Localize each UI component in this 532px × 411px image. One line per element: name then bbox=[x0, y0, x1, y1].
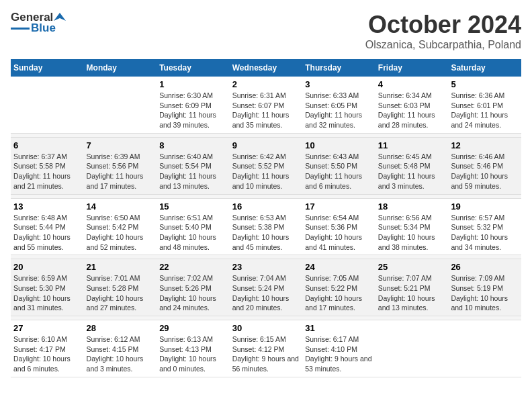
day-info: Sunrise: 7:01 AMSunset: 5:28 PMDaylight:… bbox=[87, 273, 154, 313]
calendar-cell: 4Sunrise: 6:34 AMSunset: 6:03 PMDaylight… bbox=[375, 77, 449, 133]
day-number: 7 bbox=[87, 140, 154, 150]
calendar-cell: 25Sunrise: 7:07 AMSunset: 5:21 PMDayligh… bbox=[375, 259, 449, 316]
day-number: 15 bbox=[159, 201, 227, 212]
day-number: 30 bbox=[232, 323, 300, 333]
calendar-cell: 15Sunrise: 6:51 AMSunset: 5:40 PMDayligh… bbox=[157, 198, 230, 255]
calendar-week-5: 27Sunrise: 6:10 AMSunset: 4:17 PMDayligh… bbox=[11, 320, 521, 377]
calendar-cell: 10Sunrise: 6:43 AMSunset: 5:50 PMDayligh… bbox=[302, 137, 375, 194]
calendar-week-2: 6Sunrise: 6:37 AMSunset: 5:58 PMDaylight… bbox=[11, 137, 521, 194]
day-info: Sunrise: 7:04 AMSunset: 5:24 PMDaylight:… bbox=[232, 273, 300, 313]
calendar-cell: 28Sunrise: 6:12 AMSunset: 4:15 PMDayligh… bbox=[84, 320, 157, 377]
day-info: Sunrise: 6:39 AMSunset: 5:56 PMDaylight:… bbox=[87, 152, 154, 191]
day-number: 18 bbox=[378, 201, 446, 212]
day-info: Sunrise: 6:36 AMSunset: 6:01 PMDaylight:… bbox=[451, 91, 519, 130]
day-info: Sunrise: 6:33 AMSunset: 6:05 PMDaylight:… bbox=[305, 91, 373, 130]
calendar-cell: 11Sunrise: 6:45 AMSunset: 5:48 PMDayligh… bbox=[375, 137, 449, 194]
calendar-cell: 21Sunrise: 7:01 AMSunset: 5:28 PMDayligh… bbox=[84, 259, 157, 316]
day-number: 25 bbox=[378, 262, 446, 272]
day-info: Sunrise: 6:51 AMSunset: 5:40 PMDaylight:… bbox=[159, 213, 227, 253]
day-number: 31 bbox=[305, 323, 373, 333]
calendar-cell: 13Sunrise: 6:48 AMSunset: 5:44 PMDayligh… bbox=[11, 198, 84, 255]
day-info: Sunrise: 7:07 AMSunset: 5:21 PMDaylight:… bbox=[378, 273, 446, 313]
day-number: 20 bbox=[13, 262, 81, 272]
day-info: Sunrise: 7:05 AMSunset: 5:22 PMDaylight:… bbox=[305, 273, 373, 313]
svg-marker-0 bbox=[54, 13, 66, 21]
month-title: October 2024 bbox=[365, 11, 521, 39]
calendar-cell: 8Sunrise: 6:40 AMSunset: 5:54 PMDaylight… bbox=[157, 137, 230, 194]
day-info: Sunrise: 6:31 AMSunset: 6:07 PMDaylight:… bbox=[232, 91, 300, 130]
day-info: Sunrise: 6:37 AMSunset: 5:58 PMDaylight:… bbox=[13, 152, 81, 191]
weekday-header-saturday: Saturday bbox=[448, 59, 521, 77]
day-number: 5 bbox=[451, 79, 519, 89]
calendar-cell: 17Sunrise: 6:54 AMSunset: 5:36 PMDayligh… bbox=[302, 198, 375, 255]
day-number: 1 bbox=[159, 79, 227, 89]
calendar-cell: 9Sunrise: 6:42 AMSunset: 5:52 PMDaylight… bbox=[230, 137, 303, 194]
logo-line bbox=[11, 28, 30, 30]
day-info: Sunrise: 6:17 AMSunset: 4:10 PMDaylight:… bbox=[305, 334, 373, 374]
calendar-cell bbox=[84, 77, 157, 133]
page-header: General Blue October 2024 Olszanica, Sub… bbox=[11, 11, 521, 51]
day-number: 28 bbox=[87, 323, 154, 333]
calendar-cell: 24Sunrise: 7:05 AMSunset: 5:22 PMDayligh… bbox=[302, 259, 375, 316]
day-info: Sunrise: 6:10 AMSunset: 4:17 PMDaylight:… bbox=[13, 334, 81, 374]
day-number: 6 bbox=[13, 140, 81, 150]
day-number: 14 bbox=[87, 201, 154, 212]
logo-blue-text: Blue bbox=[31, 21, 56, 35]
weekday-header-friday: Friday bbox=[375, 59, 449, 77]
calendar-week-3: 13Sunrise: 6:48 AMSunset: 5:44 PMDayligh… bbox=[11, 198, 521, 255]
calendar-cell: 6Sunrise: 6:37 AMSunset: 5:58 PMDaylight… bbox=[11, 137, 84, 194]
day-info: Sunrise: 6:56 AMSunset: 5:34 PMDaylight:… bbox=[378, 213, 446, 253]
day-info: Sunrise: 7:02 AMSunset: 5:26 PMDaylight:… bbox=[159, 273, 227, 313]
calendar-cell: 16Sunrise: 6:53 AMSunset: 5:38 PMDayligh… bbox=[230, 198, 303, 255]
day-number: 10 bbox=[305, 140, 373, 150]
calendar-week-4: 20Sunrise: 6:59 AMSunset: 5:30 PMDayligh… bbox=[11, 259, 521, 316]
day-info: Sunrise: 6:13 AMSunset: 4:13 PMDaylight:… bbox=[159, 334, 227, 374]
day-info: Sunrise: 6:46 AMSunset: 5:46 PMDaylight:… bbox=[451, 152, 519, 191]
calendar-cell: 3Sunrise: 6:33 AMSunset: 6:05 PMDaylight… bbox=[302, 77, 375, 133]
calendar-cell: 18Sunrise: 6:56 AMSunset: 5:34 PMDayligh… bbox=[375, 198, 449, 255]
weekday-header-thursday: Thursday bbox=[302, 59, 375, 77]
calendar-cell bbox=[375, 320, 449, 377]
day-number: 13 bbox=[13, 201, 81, 212]
calendar-cell: 19Sunrise: 6:57 AMSunset: 5:32 PMDayligh… bbox=[448, 198, 521, 255]
title-area: October 2024 Olszanica, Subcarpathia, Po… bbox=[365, 11, 521, 51]
calendar-cell: 1Sunrise: 6:30 AMSunset: 6:09 PMDaylight… bbox=[157, 77, 230, 133]
logo-bird-icon bbox=[54, 11, 66, 24]
day-number: 23 bbox=[232, 262, 300, 272]
weekday-header-row: SundayMondayTuesdayWednesdayThursdayFrid… bbox=[11, 59, 521, 77]
day-number: 27 bbox=[13, 323, 81, 333]
day-info: Sunrise: 6:48 AMSunset: 5:44 PMDaylight:… bbox=[13, 213, 81, 253]
day-number: 11 bbox=[378, 140, 446, 150]
day-number: 22 bbox=[159, 262, 227, 272]
location-title: Olszanica, Subcarpathia, Poland bbox=[365, 39, 521, 51]
day-info: Sunrise: 6:59 AMSunset: 5:30 PMDaylight:… bbox=[13, 273, 81, 313]
calendar-table: SundayMondayTuesdayWednesdayThursdayFrid… bbox=[11, 59, 521, 377]
calendar-cell: 23Sunrise: 7:04 AMSunset: 5:24 PMDayligh… bbox=[230, 259, 303, 316]
calendar-cell: 5Sunrise: 6:36 AMSunset: 6:01 PMDaylight… bbox=[448, 77, 521, 133]
day-number: 16 bbox=[232, 201, 300, 212]
day-number: 17 bbox=[305, 201, 373, 212]
calendar-cell: 14Sunrise: 6:50 AMSunset: 5:42 PMDayligh… bbox=[84, 198, 157, 255]
day-number: 21 bbox=[87, 262, 154, 272]
calendar-cell: 29Sunrise: 6:13 AMSunset: 4:13 PMDayligh… bbox=[157, 320, 230, 377]
calendar-cell: 12Sunrise: 6:46 AMSunset: 5:46 PMDayligh… bbox=[448, 137, 521, 194]
day-info: Sunrise: 7:09 AMSunset: 5:19 PMDaylight:… bbox=[451, 273, 519, 313]
day-info: Sunrise: 6:40 AMSunset: 5:54 PMDaylight:… bbox=[159, 152, 227, 191]
calendar-cell: 31Sunrise: 6:17 AMSunset: 4:10 PMDayligh… bbox=[302, 320, 375, 377]
day-number: 9 bbox=[232, 140, 300, 150]
day-info: Sunrise: 6:34 AMSunset: 6:03 PMDaylight:… bbox=[378, 91, 446, 130]
logo: General Blue bbox=[11, 11, 66, 35]
calendar-cell: 2Sunrise: 6:31 AMSunset: 6:07 PMDaylight… bbox=[230, 77, 303, 133]
day-number: 2 bbox=[232, 79, 300, 89]
calendar-cell bbox=[448, 320, 521, 377]
weekday-header-sunday: Sunday bbox=[11, 59, 84, 77]
day-info: Sunrise: 6:50 AMSunset: 5:42 PMDaylight:… bbox=[87, 213, 154, 253]
day-number: 19 bbox=[451, 201, 519, 212]
day-info: Sunrise: 6:42 AMSunset: 5:52 PMDaylight:… bbox=[232, 152, 300, 191]
day-number: 8 bbox=[159, 140, 227, 150]
calendar-week-1: 1Sunrise: 6:30 AMSunset: 6:09 PMDaylight… bbox=[11, 77, 521, 133]
weekday-header-monday: Monday bbox=[84, 59, 157, 77]
day-info: Sunrise: 6:45 AMSunset: 5:48 PMDaylight:… bbox=[378, 152, 446, 191]
day-info: Sunrise: 6:43 AMSunset: 5:50 PMDaylight:… bbox=[305, 152, 373, 191]
day-info: Sunrise: 6:53 AMSunset: 5:38 PMDaylight:… bbox=[232, 213, 300, 253]
